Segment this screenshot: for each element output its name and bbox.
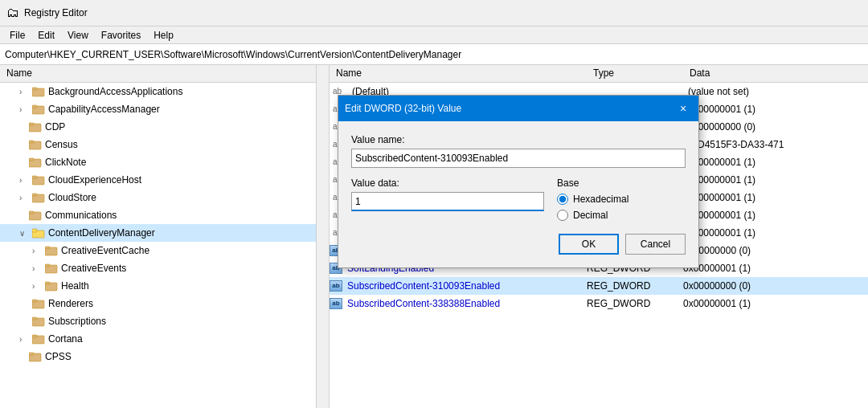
decimal-radio-label[interactable]: Decimal — [557, 210, 686, 221]
value-data-input[interactable] — [351, 192, 544, 211]
decimal-radio[interactable] — [557, 210, 568, 221]
dialog-body: Value name: Value data: Base — [338, 121, 698, 267]
decimal-label: Decimal — [573, 210, 608, 221]
edit-dword-dialog: Edit DWORD (32-bit) Value × Value name: … — [338, 95, 699, 268]
data-base-row: Value data: Base Hexadecimal — [351, 177, 686, 221]
dialog-close-button[interactable]: × — [674, 100, 692, 117]
main-area: Name › BackgroundAccessApplications › Ca… — [0, 65, 868, 408]
ok-button[interactable]: OK — [559, 234, 619, 255]
base-title: Base — [557, 177, 686, 189]
value-data-label: Value data: — [351, 177, 544, 189]
value-data-section: Value data: — [351, 177, 544, 221]
cancel-button[interactable]: Cancel — [625, 234, 686, 255]
dialog-buttons: OK Cancel — [351, 234, 686, 255]
hexadecimal-label: Hexadecimal — [573, 194, 628, 205]
hexadecimal-radio[interactable] — [557, 194, 568, 205]
dialog-title-bar: Edit DWORD (32-bit) Value × — [338, 96, 698, 121]
base-section: Base Hexadecimal Decimal — [557, 177, 686, 221]
base-radio-group: Hexadecimal Decimal — [557, 194, 686, 221]
dialog-overlay: Edit DWORD (32-bit) Value × Value name: … — [330, 65, 868, 408]
value-name-label: Value name: — [351, 134, 686, 145]
dialog-title-text: Edit DWORD (32-bit) Value — [345, 103, 461, 114]
hexadecimal-radio-label[interactable]: Hexadecimal — [557, 194, 686, 205]
value-name-input[interactable] — [351, 149, 686, 168]
right-pane: Name Type Data ab (Default) (value not s… — [330, 65, 868, 408]
